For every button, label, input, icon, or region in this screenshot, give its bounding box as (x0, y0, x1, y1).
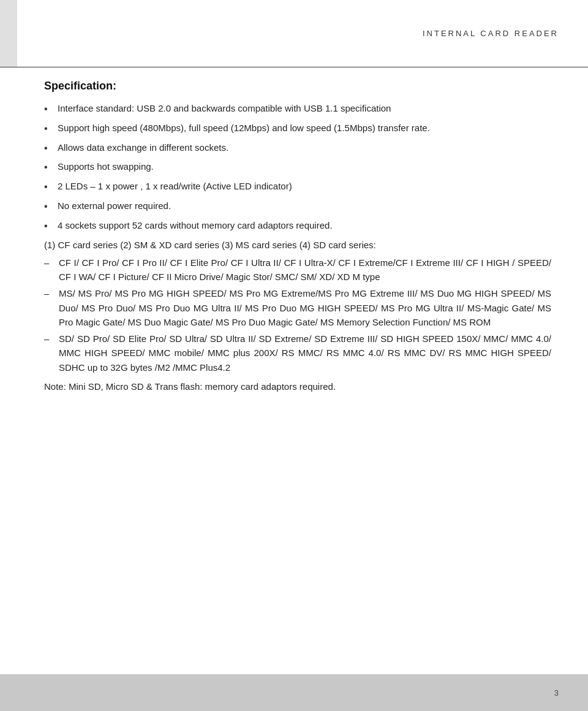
bullet-icon: • (44, 219, 55, 234)
page: INTERNAL CARD READER Specification: • In… (0, 0, 588, 711)
bullet-text: 2 LEDs – 1 x power , 1 x read/write (Act… (58, 179, 551, 193)
footer-bar: 3 (0, 674, 588, 711)
note-text: Note: Mini SD, Micro SD & Trans flash: m… (44, 379, 551, 394)
page-number: 3 (554, 688, 559, 698)
card-series-intro: (1) CF card series (2) SM & XD card seri… (44, 238, 551, 252)
bullet-text: No external power required. (58, 199, 551, 213)
list-item: – SD/ SD Pro/ SD Elite Pro/ SD Ultra/ SD… (44, 332, 551, 375)
bullet-text: Allows data exchange in different socket… (58, 140, 551, 154)
bullet-icon: • (44, 160, 55, 175)
card-series-text: (1) CF card series (2) SM & XD card seri… (44, 238, 551, 252)
dash-icon: – (44, 286, 58, 300)
dash-section: – CF I/ CF I Pro/ CF I Pro II/ CF I Elit… (44, 256, 551, 375)
header-title: INTERNAL CARD READER (423, 29, 559, 38)
header-bar: INTERNAL CARD READER (0, 0, 588, 67)
bullet-icon: • (44, 141, 55, 156)
dash-icon: – (44, 332, 58, 346)
dash-text: MS/ MS Pro/ MS Pro MG HIGH SPEED/ MS Pro… (59, 286, 551, 329)
list-item: • Support high speed (480Mbps), full spe… (44, 121, 551, 137)
list-item: – MS/ MS Pro/ MS Pro MG HIGH SPEED/ MS P… (44, 286, 551, 329)
list-item: • Allows data exchange in different sock… (44, 140, 551, 156)
list-item: – CF I/ CF I Pro/ CF I Pro II/ CF I Elit… (44, 256, 551, 284)
dash-text: CF I/ CF I Pro/ CF I Pro II/ CF I Elite … (59, 256, 551, 284)
dash-text: SD/ SD Pro/ SD Elite Pro/ SD Ultra/ SD U… (59, 332, 551, 375)
bullet-icon: • (44, 180, 55, 195)
list-item: • 2 LEDs – 1 x power , 1 x read/write (A… (44, 179, 551, 195)
bullet-text: Support high speed (480Mbps), full speed… (58, 121, 551, 135)
bullet-text: Interface standard: USB 2.0 and backward… (58, 101, 551, 115)
spec-heading: Specification: (44, 80, 551, 93)
bullet-icon: • (44, 199, 55, 215)
bullet-text: Supports hot swapping. (58, 159, 551, 173)
list-item: • No external power required. (44, 199, 551, 215)
list-item: • Interface standard: USB 2.0 and backwa… (44, 101, 551, 117)
dash-icon: – (44, 256, 58, 270)
list-item: • Supports hot swapping. (44, 159, 551, 175)
list-item: • 4 sockets support 52 cards without mem… (44, 218, 551, 234)
bullet-text: 4 sockets support 52 cards without memor… (58, 218, 551, 232)
bullet-icon: • (44, 121, 55, 137)
bullet-icon: • (44, 102, 55, 117)
